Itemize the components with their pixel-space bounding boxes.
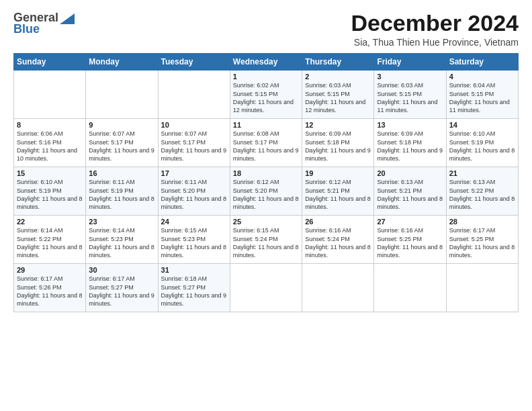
day-info: Sunrise: 6:06 AMSunset: 5:16 PMDaylight:… <box>17 130 83 163</box>
col-header-thursday: Thursday <box>302 54 374 71</box>
day-cell <box>302 264 374 312</box>
day-number: 3 <box>377 73 443 81</box>
col-header-tuesday: Tuesday <box>158 54 230 71</box>
day-cell: 15Sunrise: 6:10 AMSunset: 5:19 PMDayligh… <box>14 167 86 216</box>
day-cell <box>446 264 518 312</box>
day-info: Sunrise: 6:16 AMSunset: 5:24 PMDaylight:… <box>305 226 371 259</box>
day-info: Sunrise: 6:17 AMSunset: 5:26 PMDaylight:… <box>17 275 83 308</box>
day-cell: 18Sunrise: 6:12 AMSunset: 5:20 PMDayligh… <box>230 167 302 216</box>
day-info: Sunrise: 6:09 AMSunset: 5:18 PMDaylight:… <box>377 130 443 163</box>
day-number: 31 <box>161 266 227 274</box>
day-info: Sunrise: 6:15 AMSunset: 5:23 PMDaylight:… <box>161 226 227 259</box>
day-cell: 1Sunrise: 6:02 AMSunset: 5:15 PMDaylight… <box>230 71 302 119</box>
col-header-saturday: Saturday <box>446 54 518 71</box>
day-cell: 11Sunrise: 6:08 AMSunset: 5:17 PMDayligh… <box>230 119 302 167</box>
day-cell: 12Sunrise: 6:09 AMSunset: 5:18 PMDayligh… <box>302 119 374 167</box>
day-number: 4 <box>449 73 515 81</box>
day-info: Sunrise: 6:17 AMSunset: 5:27 PMDaylight:… <box>89 275 154 308</box>
day-number: 8 <box>17 121 83 129</box>
day-info: Sunrise: 6:03 AMSunset: 5:15 PMDaylight:… <box>377 81 443 114</box>
day-cell: 25Sunrise: 6:15 AMSunset: 5:24 PMDayligh… <box>230 216 302 264</box>
day-number: 23 <box>89 218 154 226</box>
calendar-table: SundayMondayTuesdayWednesdayThursdayFrid… <box>13 53 519 312</box>
day-info: Sunrise: 6:10 AMSunset: 5:19 PMDaylight:… <box>449 130 515 163</box>
day-cell: 16Sunrise: 6:11 AMSunset: 5:19 PMDayligh… <box>86 167 158 216</box>
day-info: Sunrise: 6:14 AMSunset: 5:22 PMDaylight:… <box>17 226 83 259</box>
page: General Blue December 2024 Sia, Thua Thi… <box>0 0 532 411</box>
day-cell: 21Sunrise: 6:13 AMSunset: 5:22 PMDayligh… <box>446 167 518 216</box>
day-number: 11 <box>233 121 299 129</box>
day-info: Sunrise: 6:13 AMSunset: 5:22 PMDaylight:… <box>449 178 515 211</box>
day-cell: 19Sunrise: 6:12 AMSunset: 5:21 PMDayligh… <box>302 167 374 216</box>
day-number: 24 <box>161 218 227 226</box>
day-number: 28 <box>449 218 515 226</box>
title-block: December 2024 Sia, Thua Thien Hue Provin… <box>351 11 519 48</box>
week-row-5: 29Sunrise: 6:17 AMSunset: 5:26 PMDayligh… <box>14 264 519 312</box>
day-number: 18 <box>233 169 299 177</box>
svg-marker-0 <box>60 13 75 24</box>
day-number: 14 <box>449 121 515 129</box>
day-info: Sunrise: 6:15 AMSunset: 5:24 PMDaylight:… <box>233 226 299 259</box>
day-number: 13 <box>377 121 443 129</box>
day-info: Sunrise: 6:03 AMSunset: 5:15 PMDaylight:… <box>305 81 371 114</box>
week-row-1: 1Sunrise: 6:02 AMSunset: 5:15 PMDaylight… <box>14 71 519 119</box>
day-number: 12 <box>305 121 371 129</box>
day-cell: 13Sunrise: 6:09 AMSunset: 5:18 PMDayligh… <box>374 119 446 167</box>
week-row-2: 8Sunrise: 6:06 AMSunset: 5:16 PMDaylight… <box>14 119 519 167</box>
day-number: 21 <box>449 169 515 177</box>
day-cell: 26Sunrise: 6:16 AMSunset: 5:24 PMDayligh… <box>302 216 374 264</box>
day-info: Sunrise: 6:12 AMSunset: 5:21 PMDaylight:… <box>305 178 371 211</box>
day-info: Sunrise: 6:13 AMSunset: 5:21 PMDaylight:… <box>377 178 443 211</box>
day-info: Sunrise: 6:17 AMSunset: 5:25 PMDaylight:… <box>449 226 515 259</box>
day-info: Sunrise: 6:02 AMSunset: 5:15 PMDaylight:… <box>233 81 299 114</box>
day-cell: 22Sunrise: 6:14 AMSunset: 5:22 PMDayligh… <box>14 216 86 264</box>
week-row-3: 15Sunrise: 6:10 AMSunset: 5:19 PMDayligh… <box>14 167 519 216</box>
day-cell <box>230 264 302 312</box>
col-header-monday: Monday <box>86 54 158 71</box>
day-cell <box>158 71 230 119</box>
col-header-wednesday: Wednesday <box>230 54 302 71</box>
day-cell: 29Sunrise: 6:17 AMSunset: 5:26 PMDayligh… <box>14 264 86 312</box>
day-info: Sunrise: 6:04 AMSunset: 5:15 PMDaylight:… <box>449 81 515 114</box>
day-cell: 23Sunrise: 6:14 AMSunset: 5:23 PMDayligh… <box>86 216 158 264</box>
day-cell: 14Sunrise: 6:10 AMSunset: 5:19 PMDayligh… <box>446 119 518 167</box>
day-number: 29 <box>17 266 83 274</box>
day-info: Sunrise: 6:07 AMSunset: 5:17 PMDaylight:… <box>161 130 227 163</box>
day-info: Sunrise: 6:09 AMSunset: 5:18 PMDaylight:… <box>305 130 371 163</box>
week-row-4: 22Sunrise: 6:14 AMSunset: 5:22 PMDayligh… <box>14 216 519 264</box>
day-info: Sunrise: 6:07 AMSunset: 5:17 PMDaylight:… <box>89 130 154 163</box>
day-number: 27 <box>377 218 443 226</box>
day-cell: 4Sunrise: 6:04 AMSunset: 5:15 PMDaylight… <box>446 71 518 119</box>
day-number: 1 <box>233 73 299 81</box>
col-header-sunday: Sunday <box>14 54 86 71</box>
logo-icon <box>60 13 75 24</box>
day-number: 25 <box>233 218 299 226</box>
day-cell: 27Sunrise: 6:16 AMSunset: 5:25 PMDayligh… <box>374 216 446 264</box>
day-info: Sunrise: 6:08 AMSunset: 5:17 PMDaylight:… <box>233 130 299 163</box>
day-number: 20 <box>377 169 443 177</box>
day-cell: 31Sunrise: 6:18 AMSunset: 5:27 PMDayligh… <box>158 264 230 312</box>
day-cell: 2Sunrise: 6:03 AMSunset: 5:15 PMDaylight… <box>302 71 374 119</box>
month-title: December 2024 <box>351 11 519 36</box>
day-info: Sunrise: 6:14 AMSunset: 5:23 PMDaylight:… <box>89 226 154 259</box>
day-cell: 10Sunrise: 6:07 AMSunset: 5:17 PMDayligh… <box>158 119 230 167</box>
day-info: Sunrise: 6:10 AMSunset: 5:19 PMDaylight:… <box>17 178 83 211</box>
day-cell: 28Sunrise: 6:17 AMSunset: 5:25 PMDayligh… <box>446 216 518 264</box>
day-cell: 3Sunrise: 6:03 AMSunset: 5:15 PMDaylight… <box>374 71 446 119</box>
day-number: 19 <box>305 169 371 177</box>
day-cell: 20Sunrise: 6:13 AMSunset: 5:21 PMDayligh… <box>374 167 446 216</box>
day-cell: 9Sunrise: 6:07 AMSunset: 5:17 PMDaylight… <box>86 119 158 167</box>
day-cell: 8Sunrise: 6:06 AMSunset: 5:16 PMDaylight… <box>14 119 86 167</box>
day-number: 9 <box>89 121 154 129</box>
day-cell <box>86 71 158 119</box>
day-number: 15 <box>17 169 83 177</box>
subtitle: Sia, Thua Thien Hue Province, Vietnam <box>351 37 519 48</box>
day-number: 30 <box>89 266 154 274</box>
day-info: Sunrise: 6:11 AMSunset: 5:19 PMDaylight:… <box>89 178 154 211</box>
header-row: SundayMondayTuesdayWednesdayThursdayFrid… <box>14 54 519 71</box>
day-info: Sunrise: 6:16 AMSunset: 5:25 PMDaylight:… <box>377 226 443 259</box>
header: General Blue December 2024 Sia, Thua Thi… <box>13 11 519 48</box>
day-number: 16 <box>89 169 154 177</box>
day-number: 10 <box>161 121 227 129</box>
day-number: 2 <box>305 73 371 81</box>
